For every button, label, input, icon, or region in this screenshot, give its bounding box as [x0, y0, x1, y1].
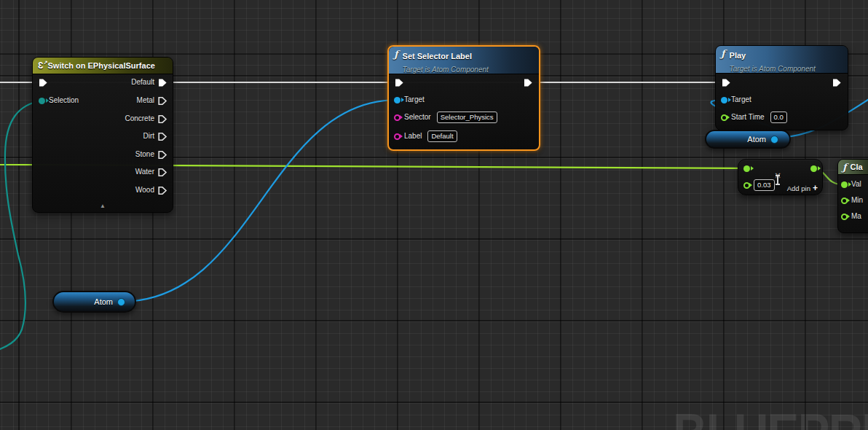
function-icon: ƒ [843, 162, 847, 173]
play-subtitle: Target is Atom Component [730, 65, 816, 73]
exec-in-pin[interactable] [39, 78, 48, 87]
selection-pin-label: Selection [49, 95, 79, 106]
atom-output-pin[interactable] [770, 136, 778, 144]
case-row-dirt: Dirt [143, 131, 167, 141]
target-pin[interactable] [721, 97, 727, 103]
clamp-titlebar[interactable]: ƒ Cla [838, 160, 868, 175]
enum-switch-icon: Ɛ↗ [38, 60, 44, 71]
atom-variable-label: Atom [94, 297, 113, 306]
clamp-value-label: Val [851, 179, 861, 189]
variable-node-atom-top[interactable]: Atom [705, 130, 791, 149]
selection-row: Selection [39, 95, 79, 106]
add-pin-control[interactable]: Add pin + [787, 183, 818, 193]
set-selector-title: Set Selector Label [403, 52, 472, 60]
exec-out-pin-water[interactable] [158, 168, 167, 177]
case-label: Water [135, 167, 154, 177]
case-label: Wood [135, 185, 154, 195]
multiply-b-value-input[interactable]: 0.03 [754, 179, 775, 191]
multiply-input-a-pin[interactable] [743, 165, 750, 172]
multiply-output-row [810, 163, 817, 173]
switch-node-titlebar[interactable]: Ɛ↗ Switch on EPhysicalSurface [33, 58, 173, 74]
exec-out-pin-metal[interactable] [158, 96, 167, 106]
selector-value-input[interactable]: Selector_Physics [437, 112, 497, 123]
clamp-min-label: Min [851, 195, 863, 206]
target-pin-label: Target [731, 95, 751, 105]
clamp-max-pin[interactable] [841, 214, 848, 220]
blueprint-graph-canvas[interactable]: { "watermark": "BLUEPRINT", "icons": { "… [0, 0, 868, 430]
multiply-input-a-row [743, 163, 750, 173]
clamp-max-label: Ma [851, 211, 861, 222]
target-pin[interactable] [394, 97, 401, 103]
text-cursor [775, 175, 781, 185]
case-row-stone: Stone [135, 149, 167, 160]
target-pin-label: Target [404, 95, 425, 105]
node-play[interactable]: ƒ Play Target is Atom Component Target S… [715, 45, 848, 130]
target-row: Target [721, 95, 751, 105]
clamp-title: Cla [851, 162, 863, 173]
start-time-pin-label: Start Time [731, 112, 765, 122]
exec-in-pin[interactable] [395, 78, 404, 87]
case-label: Metal [137, 95, 154, 106]
exec-in-row [722, 77, 731, 87]
exec-out-pin-stone[interactable] [158, 150, 167, 160]
exec-out-pin[interactable] [832, 78, 842, 87]
clamp-min-row: Min [841, 195, 863, 206]
exec-out-pin-default[interactable] [158, 78, 167, 87]
atom-variable-label: Atom [747, 135, 766, 144]
case-row-water: Water [135, 167, 167, 177]
exec-out-pin-dirt[interactable] [158, 132, 167, 141]
add-pin-plus-icon: + [813, 183, 818, 193]
case-label: Concrete [125, 114, 154, 124]
selector-pin[interactable] [394, 114, 401, 121]
switch-node-title: Switch on EPhysicalSurface [48, 60, 155, 71]
target-row: Target [394, 95, 425, 105]
play-title: Play [730, 51, 746, 60]
node-set-selector-label[interactable]: ƒ Set Selector Label Target is Atom Comp… [387, 45, 540, 151]
exec-out-pin-concrete[interactable] [158, 114, 167, 124]
exec-in-row [39, 77, 48, 87]
multiply-input-b-row: 0.03 [743, 180, 775, 190]
case-row-metal: Metal [137, 95, 167, 106]
label-pin-label: Label [404, 131, 422, 141]
node-clamp[interactable]: ƒ Cla Val Min Ma [837, 159, 868, 233]
selector-pin-label: Selector [404, 112, 431, 122]
add-pin-label: Add pin [787, 184, 810, 192]
set-selector-subtitle: Target is Atom Component [403, 66, 489, 74]
label-pin[interactable] [394, 133, 401, 140]
exec-out-row [832, 77, 842, 87]
function-icon: ƒ [721, 48, 725, 59]
exec-in-row [395, 77, 404, 87]
case-row-concrete: Concrete [125, 114, 167, 124]
selector-row: Selector Selector_Physics [394, 112, 497, 122]
collapse-node-button[interactable]: ▲ [33, 203, 173, 209]
label-value-input[interactable]: Default [427, 130, 457, 142]
start-time-row: Start Time 0.0 [721, 112, 787, 122]
exec-out-pin[interactable] [524, 78, 533, 87]
case-label: Stone [135, 149, 154, 160]
selection-pin[interactable] [39, 98, 45, 104]
clamp-max-row: Ma [841, 211, 861, 222]
atom-output-pin[interactable] [117, 298, 125, 306]
case-label: Dirt [143, 131, 154, 141]
exec-in-pin[interactable] [722, 78, 731, 87]
clamp-min-pin[interactable] [841, 198, 848, 204]
exec-out-row [524, 77, 533, 87]
start-time-value-input[interactable]: 0.0 [770, 112, 787, 123]
clamp-value-pin[interactable] [841, 181, 848, 188]
node-switch-on-ephysicalsurface[interactable]: Ɛ↗ Switch on EPhysicalSurface Selection … [32, 57, 173, 213]
case-row-wood: Wood [135, 185, 167, 195]
set-selector-titlebar[interactable]: ƒ Set Selector Label Target is Atom Comp… [389, 47, 539, 74]
start-time-pin[interactable] [721, 114, 727, 121]
function-icon: ƒ [394, 49, 398, 60]
variable-node-atom-bottom[interactable]: Atom [52, 291, 136, 313]
case-row-default: Default [131, 77, 167, 87]
play-titlebar[interactable]: ƒ Play Target is Atom Component [716, 46, 848, 74]
multiply-output-pin[interactable] [810, 165, 817, 172]
case-label: Default [131, 77, 154, 87]
clamp-value-row: Val [841, 179, 861, 189]
exec-out-pin-wood[interactable] [158, 186, 167, 195]
label-row: Label Default [394, 131, 457, 141]
multiply-input-b-pin[interactable] [743, 182, 750, 189]
